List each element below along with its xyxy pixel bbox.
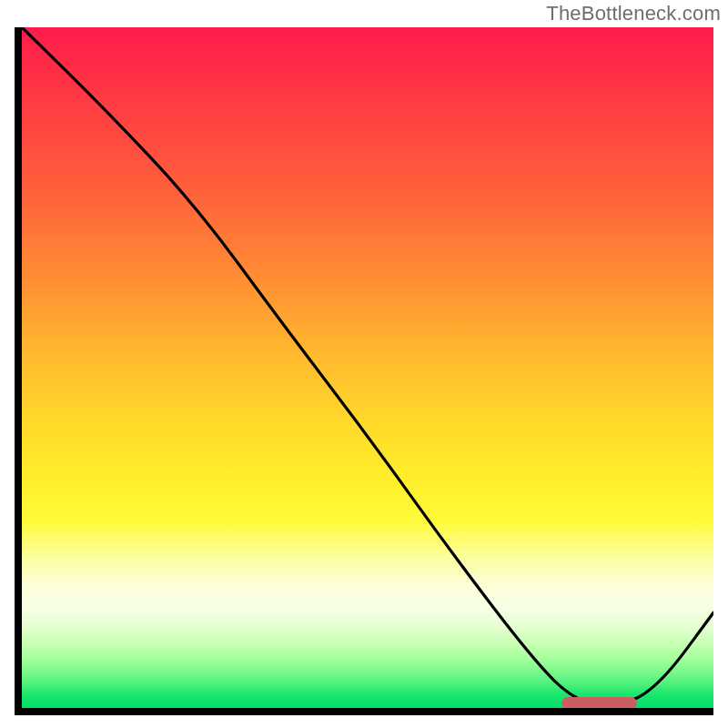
attribution-label: TheBottleneck.com xyxy=(546,2,721,25)
plot-frame xyxy=(15,27,713,715)
chart-container: { "attribution": "TheBottleneck.com", "c… xyxy=(0,0,728,728)
curve-svg xyxy=(22,27,713,708)
bottleneck-curve xyxy=(22,27,713,705)
optimal-marker xyxy=(561,697,638,708)
plot-area xyxy=(22,27,713,708)
